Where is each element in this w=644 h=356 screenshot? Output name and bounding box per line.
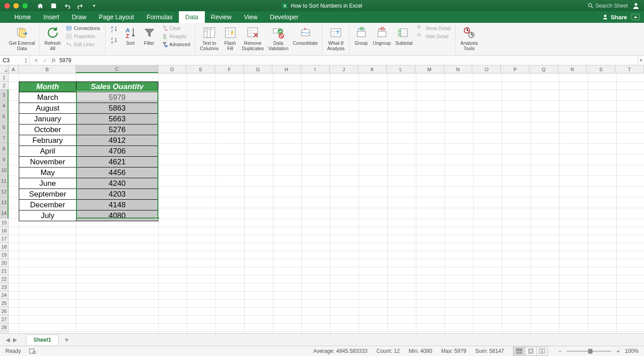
column-header-M[interactable]: M xyxy=(415,65,444,73)
cell-month[interactable]: April xyxy=(19,146,76,156)
cell-sales[interactable]: 4706 xyxy=(76,146,158,156)
cell-sales[interactable]: 4456 xyxy=(76,167,158,178)
menu-draw[interactable]: Draw xyxy=(65,11,93,23)
column-header-F[interactable]: F xyxy=(215,65,244,73)
menu-home[interactable]: Home xyxy=(8,11,37,23)
column-header-T[interactable]: T xyxy=(615,65,644,73)
formula-value[interactable]: 5979 xyxy=(59,57,72,64)
row-header-17[interactable]: 17 xyxy=(0,235,8,243)
zoom-window[interactable] xyxy=(22,3,28,9)
row-header-11[interactable]: 11 xyxy=(0,176,8,186)
subtotal-button[interactable]: Subtotal xyxy=(394,25,414,47)
name-box[interactable]: C3 ▲▼ xyxy=(0,56,30,65)
row-header-9[interactable]: 9 xyxy=(0,154,8,165)
menu-data[interactable]: Data xyxy=(179,11,205,23)
select-all-button[interactable] xyxy=(0,65,8,73)
ungroup-button[interactable]: Ungroup xyxy=(372,25,392,47)
cell-sales[interactable]: 5863 xyxy=(76,103,158,113)
row-header-16[interactable]: 16 xyxy=(0,227,8,235)
undo-icon[interactable] xyxy=(64,2,71,9)
column-header-N[interactable]: N xyxy=(444,65,473,73)
cell-month[interactable]: January xyxy=(19,114,76,124)
view-page-break-button[interactable] xyxy=(536,347,548,356)
view-normal-button[interactable] xyxy=(513,347,525,356)
table-header-sales[interactable]: Sales Quantity xyxy=(76,82,158,92)
cell-month[interactable]: October xyxy=(19,124,76,135)
table-row[interactable]: April4706 xyxy=(19,146,158,156)
row-header-12[interactable]: 12 xyxy=(0,186,8,197)
cell-month[interactable]: July xyxy=(19,210,76,221)
data-validation-button[interactable]: Data Validation xyxy=(267,25,289,52)
table-row[interactable]: June4240 xyxy=(19,178,158,189)
row-header-8[interactable]: 8 xyxy=(0,143,8,154)
group-button[interactable]: Group xyxy=(353,25,369,47)
worksheet[interactable]: ABCDEFGHIJKLMNOPQRST 1234567891011121314… xyxy=(0,65,644,333)
cell-sales[interactable]: 4912 xyxy=(76,135,158,146)
sort-desc-button[interactable]: ZA xyxy=(109,36,120,45)
cell-sales[interactable]: 4240 xyxy=(76,178,158,189)
column-header-B[interactable]: B xyxy=(19,65,76,73)
row-header-5[interactable]: 5 xyxy=(0,111,8,122)
flash-fill-button[interactable]: Flash Fill xyxy=(222,25,238,52)
row-header-22[interactable]: 22 xyxy=(0,275,8,283)
row-header-15[interactable]: 15 xyxy=(0,219,8,227)
table-header-month[interactable]: Month xyxy=(19,82,76,92)
cell-sales[interactable]: 4080 xyxy=(76,210,158,221)
redo-icon[interactable] xyxy=(77,2,84,9)
table-row[interactable]: September4203 xyxy=(19,189,158,199)
table-row[interactable]: January5663 xyxy=(19,113,158,124)
tab-nav-prev[interactable]: ◀ xyxy=(5,337,10,343)
menu-view[interactable]: View xyxy=(238,11,264,23)
cell-month[interactable]: September xyxy=(19,189,76,199)
column-header-R[interactable]: R xyxy=(558,65,587,73)
get-external-data-button[interactable]: Get External Data xyxy=(8,25,36,52)
consolidate-button[interactable]: Consolidate xyxy=(292,25,318,47)
column-header-O[interactable]: O xyxy=(472,65,501,73)
column-header-G[interactable]: G xyxy=(244,65,272,73)
collapse-ribbon-button[interactable] xyxy=(631,14,640,20)
menu-developer[interactable]: Developer xyxy=(264,11,305,23)
table-row[interactable]: March5979 xyxy=(19,92,158,103)
column-header-H[interactable]: H xyxy=(272,65,301,73)
tab-nav-next[interactable]: ▶ xyxy=(13,337,17,343)
macro-record-icon[interactable] xyxy=(29,348,36,354)
menu-page-layout[interactable]: Page Layout xyxy=(93,11,140,23)
cell-month[interactable]: June xyxy=(19,178,76,189)
row-header-20[interactable]: 20 xyxy=(0,259,8,267)
column-header-I[interactable]: I xyxy=(301,65,330,73)
row-header-10[interactable]: 10 xyxy=(0,165,8,176)
confirm-formula-icon[interactable]: ✓ xyxy=(43,57,47,64)
advanced-filter-button[interactable]: Advanced xyxy=(160,41,192,48)
sheet-tab-sheet1[interactable]: Sheet1 xyxy=(26,335,59,345)
column-header-E[interactable]: E xyxy=(186,65,215,73)
save-icon[interactable] xyxy=(50,2,57,9)
zoom-out-button[interactable]: − xyxy=(557,348,563,354)
column-header-C[interactable]: C xyxy=(76,65,158,73)
cell-sales[interactable]: 5979 xyxy=(76,92,158,103)
column-header-S[interactable]: S xyxy=(587,65,615,73)
row-header-13[interactable]: 13 xyxy=(0,197,8,208)
cell-month[interactable]: November xyxy=(19,157,76,167)
close-window[interactable] xyxy=(4,3,10,9)
row-header-28[interactable]: 28 xyxy=(0,323,8,331)
row-header-1[interactable]: 1 xyxy=(0,73,8,81)
user-icon[interactable] xyxy=(632,2,640,9)
view-page-layout-button[interactable] xyxy=(525,347,536,356)
row-header-23[interactable]: 23 xyxy=(0,283,8,291)
connections-button[interactable]: Connections xyxy=(64,25,101,32)
row-header-29[interactable]: 29 xyxy=(0,331,8,333)
table-row[interactable]: December4148 xyxy=(19,199,158,210)
menu-insert[interactable]: Insert xyxy=(37,11,65,23)
minimize-window[interactable] xyxy=(13,3,19,9)
cell-month[interactable]: December xyxy=(19,200,76,210)
cell-month[interactable]: February xyxy=(19,135,76,146)
whatif-analysis-button[interactable]: ?What-If Analysis xyxy=(326,25,345,52)
row-header-21[interactable]: 21 xyxy=(0,267,8,275)
row-header-4[interactable]: 4 xyxy=(0,100,8,111)
row-header-3[interactable]: 3 xyxy=(0,90,8,100)
zoom-in-button[interactable]: + xyxy=(615,348,621,354)
cell-month[interactable]: August xyxy=(19,103,76,113)
row-header-26[interactable]: 26 xyxy=(0,307,8,315)
table-row[interactable]: May4456 xyxy=(19,167,158,178)
row-header-27[interactable]: 27 xyxy=(0,315,8,323)
